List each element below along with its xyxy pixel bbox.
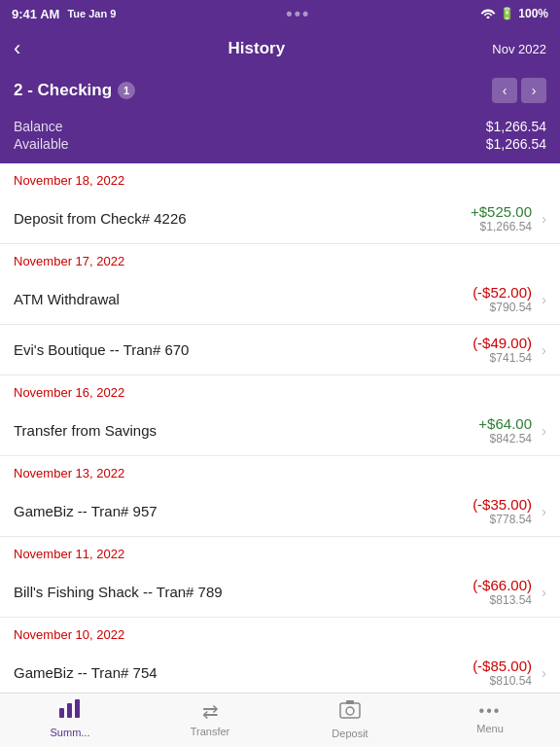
transaction-amount: +$64.00	[478, 415, 532, 432]
transaction-row[interactable]: Evi's Boutique -- Tran# 670(-$49.00)$741…	[0, 325, 560, 375]
transaction-name: Bill's Fishing Shack -- Tran# 789	[14, 584, 472, 600]
tab-bar: Summ... ⇄ Transfer Deposit ••• Menu	[0, 693, 560, 747]
battery-percent: 100%	[518, 7, 548, 20]
svg-rect-2	[75, 699, 80, 718]
summary-label: Summ...	[51, 727, 90, 738]
transaction-right: +$525.00$1,266.54›	[471, 203, 546, 233]
transaction-amount: +$525.00	[471, 203, 532, 220]
status-dots: •••	[286, 4, 310, 24]
transaction-amount: (-$49.00)	[472, 335, 532, 351]
transaction-row[interactable]: GameBiz -- Tran# 754(-$85.00)$810.54›	[0, 648, 560, 698]
svg-rect-0	[59, 708, 64, 718]
transaction-right: (-$66.00)$813.54›	[472, 577, 546, 607]
chevron-right-icon: ›	[542, 210, 546, 227]
prev-account-button[interactable]: ‹	[492, 78, 517, 103]
balance-label: Balance	[14, 119, 63, 134]
available-label: Available	[14, 136, 69, 152]
chevron-right-icon: ›	[542, 341, 546, 358]
transaction-name: ATM Withdrawal	[14, 291, 472, 307]
transaction-amounts: (-$35.00)$778.54	[472, 496, 532, 526]
transaction-amount: (-$85.00)	[472, 658, 532, 674]
date-label: November 18, 2022	[14, 173, 546, 188]
tab-transfer[interactable]: ⇄ Transfer	[140, 699, 280, 737]
svg-point-4	[346, 707, 354, 715]
transaction-row[interactable]: Bill's Fishing Shack -- Tran# 789(-$66.0…	[0, 567, 560, 618]
wifi-icon	[480, 7, 496, 21]
date-label: November 10, 2022	[14, 627, 546, 642]
transaction-row[interactable]: ATM Withdrawal(-$52.00)$790.54›	[0, 274, 560, 325]
transaction-amounts: (-$85.00)$810.54	[472, 658, 532, 688]
nav-date-label: Nov 2022	[492, 42, 546, 56]
tab-deposit[interactable]: Deposit	[280, 698, 420, 739]
page-title: History	[20, 39, 492, 58]
transaction-name: Deposit from Check# 4226	[14, 210, 471, 227]
transaction-balance: $741.54	[472, 351, 532, 365]
transaction-right: (-$85.00)$810.54›	[472, 658, 546, 688]
account-nav-arrows: ‹ ›	[492, 78, 546, 103]
svg-rect-1	[67, 703, 72, 718]
transaction-amounts: (-$49.00)$741.54	[472, 335, 532, 365]
transaction-right: (-$52.00)$790.54›	[472, 284, 546, 314]
transaction-name: Evi's Boutique -- Tran# 670	[14, 341, 472, 358]
menu-icon: •••	[479, 702, 502, 720]
date-section: November 18, 2022	[0, 163, 560, 194]
account-header: 2 - Checking 1 ‹ ›	[0, 70, 560, 113]
transaction-amount: (-$52.00)	[472, 284, 532, 301]
account-badge: 1	[118, 82, 135, 99]
back-button[interactable]: ‹	[14, 38, 20, 59]
transfer-icon: ⇄	[202, 699, 219, 723]
transactions-list: November 18, 2022Deposit from Check# 422…	[0, 163, 560, 747]
chevron-right-icon: ›	[542, 584, 546, 600]
transaction-name: GameBiz -- Tran# 957	[14, 503, 472, 519]
transaction-amounts: +$525.00$1,266.54	[471, 203, 532, 233]
balance-value: $1,266.54	[486, 119, 546, 134]
transaction-row[interactable]: Deposit from Check# 4226+$525.00$1,266.5…	[0, 194, 560, 244]
transaction-amounts: (-$66.00)$813.54	[472, 577, 532, 607]
svg-rect-5	[346, 700, 354, 704]
transaction-name: Transfer from Savings	[14, 422, 478, 439]
status-icons: 🔋 100%	[480, 7, 548, 21]
date-label: November 11, 2022	[14, 547, 546, 561]
transaction-right: (-$35.00)$778.54›	[472, 496, 546, 526]
date-label: November 13, 2022	[14, 466, 546, 480]
transaction-balance: $810.54	[472, 674, 532, 688]
balance-section: Balance $1,266.54 Available $1,266.54	[0, 113, 560, 163]
tab-menu[interactable]: ••• Menu	[420, 702, 560, 734]
chevron-right-icon: ›	[542, 664, 546, 681]
transaction-right: +$64.00$842.54›	[478, 415, 546, 445]
deposit-icon	[338, 698, 362, 725]
chevron-right-icon: ›	[542, 291, 546, 307]
summary-icon	[58, 698, 82, 724]
deposit-label: Deposit	[332, 728, 368, 739]
date-section: November 13, 2022	[0, 456, 560, 486]
status-time: 9:41 AM	[12, 7, 59, 21]
available-value: $1,266.54	[486, 136, 546, 152]
transfer-label: Transfer	[191, 726, 230, 737]
tab-summary[interactable]: Summ...	[0, 698, 140, 738]
transaction-name: GameBiz -- Tran# 754	[14, 664, 472, 681]
date-section: November 10, 2022	[0, 618, 560, 648]
transaction-balance: $790.54	[472, 301, 532, 314]
next-account-button[interactable]: ›	[521, 78, 546, 103]
transaction-row[interactable]: GameBiz -- Tran# 957(-$35.00)$778.54›	[0, 486, 560, 537]
date-section: November 16, 2022	[0, 375, 560, 406]
transaction-amounts: (-$52.00)$790.54	[472, 284, 532, 314]
battery-icon: 🔋	[500, 7, 514, 20]
menu-label: Menu	[476, 723, 504, 734]
status-date: Tue Jan 9	[67, 8, 116, 19]
date-section: November 11, 2022	[0, 537, 560, 567]
chevron-right-icon: ›	[542, 503, 546, 519]
chevron-right-icon: ›	[542, 422, 546, 439]
transaction-row[interactable]: Transfer from Savings+$64.00$842.54›	[0, 406, 560, 456]
transaction-amount: (-$35.00)	[472, 496, 532, 513]
nav-bar: ‹ History Nov 2022	[0, 27, 560, 70]
date-section: November 17, 2022	[0, 244, 560, 274]
transaction-amount: (-$66.00)	[472, 577, 532, 593]
transaction-balance: $842.54	[478, 432, 532, 445]
account-title: 2 - Checking 1	[14, 81, 135, 100]
transaction-balance: $1,266.54	[471, 220, 532, 233]
transaction-balance: $813.54	[472, 593, 532, 607]
date-label: November 17, 2022	[14, 254, 546, 268]
transaction-amounts: +$64.00$842.54	[478, 415, 532, 445]
transactions-container: November 18, 2022Deposit from Check# 422…	[0, 163, 560, 747]
